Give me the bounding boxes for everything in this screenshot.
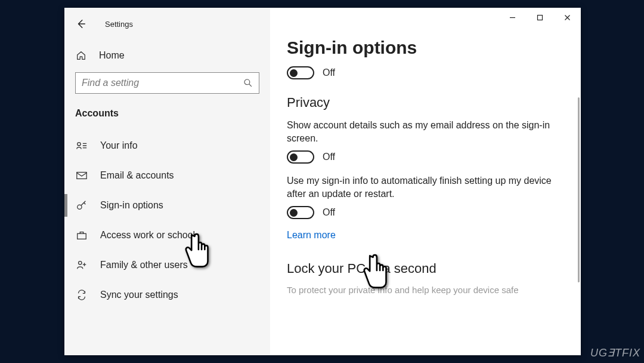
arrow-left-icon: [76, 19, 86, 29]
toggle-knob: [290, 153, 298, 161]
svg-rect-2: [77, 173, 86, 179]
lock-heading: Lock your PC in a second: [287, 261, 569, 276]
sidebar-item-sync-settings[interactable]: Sync your settings: [64, 280, 270, 310]
nav-label: Access work or school: [100, 230, 195, 241]
watermark: UGƎTFIX: [590, 346, 640, 359]
section-header: Accounts: [64, 94, 270, 125]
briefcase-icon: [75, 229, 88, 242]
nav-label: Sync your settings: [100, 290, 178, 300]
lock-section: Lock your PC in a second To protect your…: [287, 261, 569, 295]
search-wrap: [64, 69, 270, 94]
svg-point-1: [78, 143, 80, 146]
titlebar-left: Settings: [64, 13, 270, 35]
scrollbar[interactable]: [578, 97, 580, 282]
sidebar-item-email-accounts[interactable]: Email & accounts: [64, 161, 270, 190]
svg-point-3: [78, 205, 82, 209]
user-card-icon: [75, 139, 88, 152]
nav-label: Family & other users: [100, 260, 188, 270]
toggle-knob: [290, 69, 298, 77]
search-box[interactable]: [75, 72, 259, 94]
svg-point-5: [79, 262, 82, 264]
nav-list: Your info Email & accounts Sign-in optio…: [64, 131, 270, 310]
toggle-row-top: Off: [287, 66, 569, 79]
toggle-top[interactable]: [287, 66, 314, 79]
app-title: Settings: [105, 20, 133, 29]
settings-window: Settings Home Accounts Your info: [64, 8, 581, 355]
privacy-desc-2: Use my sign-in info to automatically fin…: [287, 174, 561, 200]
sync-icon: [75, 288, 88, 302]
page-title: Sign-in options: [287, 38, 569, 58]
lock-desc: To protect your private info and help ke…: [287, 285, 561, 295]
nav-label: Your info: [100, 140, 138, 151]
search-icon: [243, 78, 253, 88]
sidebar-item-sign-in-options[interactable]: Sign-in options: [64, 190, 270, 220]
toggle-knob: [290, 209, 298, 217]
toggle-show-account[interactable]: [287, 150, 314, 164]
toggle-row-privacy2: Off: [287, 206, 569, 219]
privacy-desc-1: Show account details such as my email ad…: [287, 119, 561, 144]
toggle-auto-signin[interactable]: [287, 206, 314, 219]
family-icon: [75, 259, 88, 272]
toggle-state: Off: [323, 207, 335, 218]
svg-rect-4: [78, 233, 86, 239]
toggle-row-privacy1: Off: [287, 150, 569, 164]
sidebar-item-family-users[interactable]: Family & other users: [64, 250, 270, 280]
key-icon: [75, 199, 88, 212]
sidebar: Settings Home Accounts Your info: [64, 8, 270, 355]
toggle-state: Off: [323, 152, 335, 162]
content-pane: Sign-in options Off Privacy Show account…: [270, 8, 581, 355]
sidebar-item-access-work-school[interactable]: Access work or school: [64, 220, 270, 250]
home-icon: [75, 50, 87, 61]
learn-more-link[interactable]: Learn more: [287, 230, 336, 241]
nav-label: Sign-in options: [100, 200, 163, 211]
back-button[interactable]: [75, 18, 87, 30]
sidebar-item-home[interactable]: Home: [64, 42, 270, 69]
home-label: Home: [99, 50, 125, 61]
privacy-heading: Privacy: [287, 95, 569, 110]
content-body: Sign-in options Off Privacy Show account…: [270, 8, 581, 355]
sidebar-item-your-info[interactable]: Your info: [64, 131, 270, 161]
nav-label: Email & accounts: [100, 170, 174, 181]
svg-point-0: [244, 79, 250, 85]
toggle-state: Off: [323, 67, 335, 78]
mail-icon: [75, 169, 88, 182]
search-input[interactable]: [82, 78, 243, 88]
